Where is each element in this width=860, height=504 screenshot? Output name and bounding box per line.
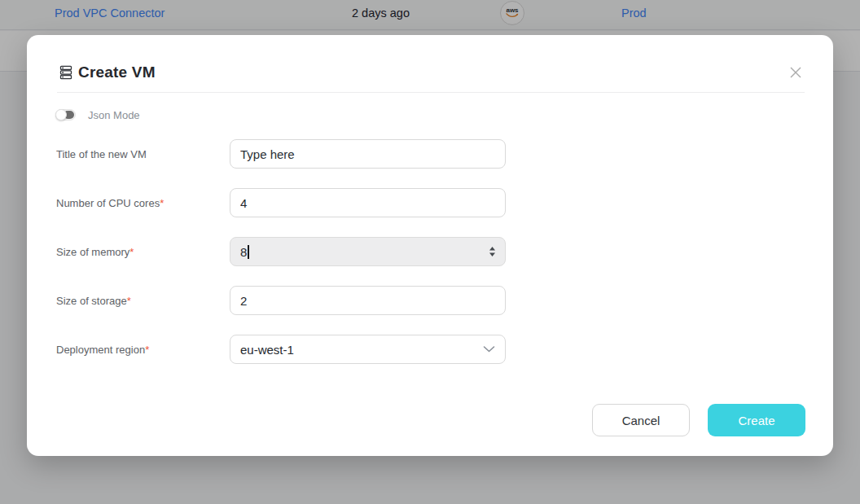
- field-label-text: Number of CPU cores: [56, 197, 160, 209]
- close-icon: [788, 64, 804, 81]
- field-row-title: Title of the new VM: [27, 139, 833, 169]
- json-mode-row: Json Mode: [55, 108, 140, 121]
- chevron-down-icon: [483, 346, 495, 353]
- memory-value: 8: [240, 245, 247, 259]
- region-select[interactable]: eu-west-1: [230, 335, 506, 364]
- field-label: Title of the new VM: [56, 148, 147, 160]
- number-spinner-icon[interactable]: [489, 247, 496, 257]
- json-mode-label: Json Mode: [88, 109, 140, 121]
- field-label-text: Deployment region: [56, 344, 145, 356]
- field-row-storage: Size of storage*: [27, 286, 833, 315]
- create-button[interactable]: Create: [708, 404, 805, 436]
- field-label: Deployment region*: [56, 344, 149, 356]
- cpu-cores-input[interactable]: [230, 188, 506, 217]
- cancel-button[interactable]: Cancel: [592, 404, 690, 436]
- create-vm-modal: Create VM Json Mode Title of the new VM …: [27, 35, 833, 456]
- required-asterisk: *: [160, 197, 164, 209]
- field-label: Size of storage*: [56, 295, 131, 307]
- field-row-cpu: Number of CPU cores*: [27, 188, 833, 217]
- text-caret: [248, 245, 248, 259]
- region-selected-value: eu-west-1: [240, 343, 294, 357]
- field-label: Size of memory*: [56, 246, 134, 258]
- vm-title-input[interactable]: [230, 139, 506, 169]
- field-label-text: Size of memory: [56, 246, 129, 258]
- field-row-memory: Size of memory* 8: [27, 237, 833, 266]
- field-label-text: Size of storage: [56, 295, 127, 307]
- field-label-text: Title of the new VM: [56, 148, 147, 160]
- modal-header: Create VM: [27, 35, 833, 92]
- close-button[interactable]: [786, 63, 805, 82]
- required-asterisk: *: [129, 246, 134, 258]
- modal-title: Create VM: [78, 64, 156, 81]
- header-divider: [57, 92, 805, 93]
- required-asterisk: *: [145, 344, 149, 356]
- memory-size-input[interactable]: 8: [230, 237, 506, 266]
- json-mode-toggle[interactable]: [55, 109, 76, 121]
- field-row-region: Deployment region* eu-west-1: [27, 335, 833, 364]
- toggle-knob: [55, 109, 67, 121]
- storage-size-input[interactable]: [230, 286, 506, 315]
- required-asterisk: *: [127, 295, 131, 307]
- server-icon: [59, 65, 73, 80]
- field-label: Number of CPU cores*: [56, 197, 164, 209]
